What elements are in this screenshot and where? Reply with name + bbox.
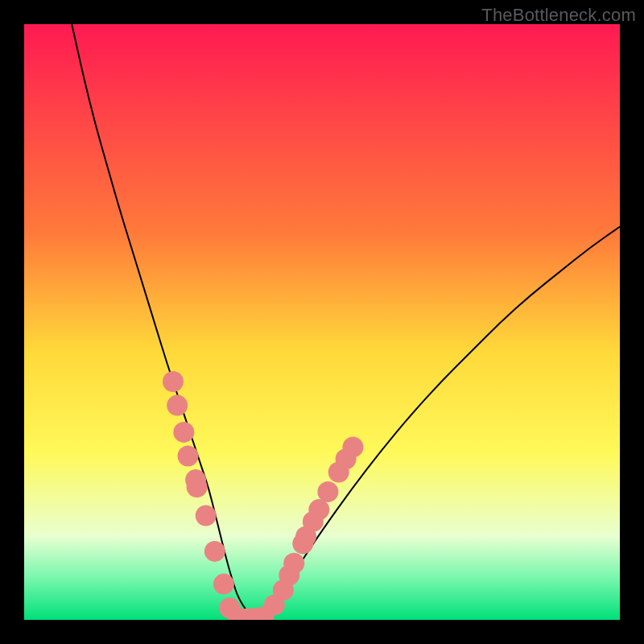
data-marker	[167, 395, 188, 416]
data-marker	[308, 499, 329, 520]
data-marker	[283, 553, 304, 574]
chart-container: TheBottleneck.com	[0, 0, 644, 644]
data-marker	[317, 481, 338, 502]
data-marker	[342, 436, 363, 457]
data-marker	[178, 446, 199, 467]
watermark-text: TheBottleneck.com	[481, 5, 636, 26]
data-marker	[204, 541, 225, 562]
data-marker	[196, 506, 217, 526]
data-marker	[173, 422, 194, 443]
plot-area	[24, 24, 620, 620]
data-marker	[187, 477, 208, 497]
bottleneck-chart	[24, 24, 620, 620]
data-marker	[163, 371, 184, 392]
data-marker	[213, 574, 234, 595]
